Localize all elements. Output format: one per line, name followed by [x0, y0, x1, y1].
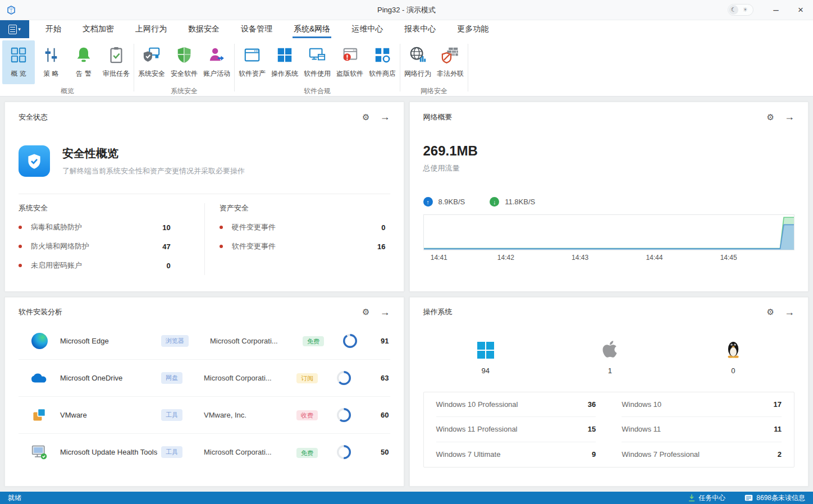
tab-device-mgmt[interactable]: 设备管理: [230, 20, 283, 38]
os-version-row[interactable]: Windows 7 Professional2: [622, 442, 782, 468]
close-button[interactable]: ×: [788, 1, 813, 20]
download-arrow-icon: ↓: [490, 197, 499, 207]
os-platform-linux: 0: [726, 340, 741, 375]
chevron-down-icon: ▾: [18, 26, 21, 32]
tab-report-center[interactable]: 报表中心: [394, 20, 446, 38]
ribbon-button-policy[interactable]: 策 略: [35, 40, 67, 84]
security-shield-badge: [19, 145, 50, 177]
update-health-tools-app-icon: [31, 444, 48, 461]
tab-data-security[interactable]: 数据安全: [177, 20, 230, 38]
gear-icon[interactable]: ⚙: [362, 112, 369, 122]
ribbon-group-system-security: 系统安全 安全软件: [135, 38, 233, 96]
category-badge: 工具: [161, 409, 182, 421]
ribbon-button-network-behavior[interactable]: 网络行为: [401, 40, 434, 84]
panel-software-analysis: 软件安装分析 ⚙ → Microsoft Edge 浏览器 Microsoft …: [4, 297, 404, 487]
shield-monitor-icon: [143, 44, 161, 66]
stat-row-virus-threat[interactable]: 病毒和威胁防护 10: [19, 218, 171, 237]
light-mode-icon[interactable]: ☀: [738, 6, 752, 13]
tab-system-network[interactable]: 系统&网络: [283, 20, 341, 38]
arrow-right-icon[interactable]: →: [380, 111, 390, 123]
chart-tick-label: 14:45: [720, 254, 737, 262]
system-security-stats: 系统安全 病毒和威胁防护 10 防火墙和网络防护 47 未启用密码账户 0: [19, 203, 204, 275]
stats-section-title: 系统安全: [19, 203, 171, 213]
ribbon-button-approval-tasks[interactable]: 审批任务: [100, 40, 133, 84]
ribbon-button-account-activity[interactable]: 账户活动: [200, 40, 233, 84]
os-version-row[interactable]: Windows 1111: [622, 417, 782, 442]
ribbon-group-label: 软件合规: [236, 84, 399, 100]
os-version-row[interactable]: Windows 1017: [622, 392, 782, 418]
software-row[interactable]: Microsoft Edge 浏览器 Microsoft Corporati..…: [19, 323, 390, 360]
gear-icon[interactable]: ⚙: [767, 307, 774, 317]
install-ratio-donut: [336, 370, 351, 386]
network-traffic-chart[interactable]: [423, 214, 795, 250]
ribbon-button-overview[interactable]: 概 览: [2, 40, 35, 84]
gear-icon[interactable]: ⚙: [362, 307, 369, 317]
file-menu-button[interactable]: ▾: [0, 20, 29, 38]
os-platform-apple: 1: [602, 340, 618, 375]
ribbon-button-software-usage[interactable]: 软件使用: [301, 40, 334, 84]
gear-icon[interactable]: ⚙: [767, 112, 774, 122]
ribbon-button-pirated-software[interactable]: 盗版软件: [334, 40, 366, 84]
panel-title: 安全状态: [19, 112, 48, 122]
software-row[interactable]: Microsoft OneDrive 网盘 Microsoft Corporat…: [19, 360, 390, 397]
arrow-right-icon[interactable]: →: [784, 306, 794, 318]
os-version-row[interactable]: Windows 11 Professional15: [436, 417, 596, 442]
chart-tick-labels: 14:4114:4214:4314:4414:45: [423, 253, 795, 264]
stats-section-title: 资产安全: [220, 203, 386, 213]
chart-tick-label: 14:42: [497, 254, 514, 262]
task-center-button[interactable]: 任务中心: [688, 493, 725, 503]
os-version-row[interactable]: Windows 7 Ultimate9: [436, 442, 596, 468]
panel-title: 网络概要: [423, 112, 453, 122]
category-badge: 网盘: [161, 372, 182, 384]
unread-messages-button[interactable]: 8698条未读信息: [745, 493, 805, 503]
tab-ops-center[interactable]: 运维中心: [341, 20, 394, 38]
ribbon-separator: [400, 44, 400, 91]
software-row[interactable]: VMware 工具 VMware, Inc. 收费 60: [19, 397, 390, 434]
stat-row-hardware-change[interactable]: 硬件变更事件 0: [220, 218, 386, 237]
linux-tux-icon: [726, 340, 741, 359]
ribbon-button-illegal-connection[interactable]: 非法外联: [434, 40, 467, 84]
ribbon-button-operating-system[interactable]: 操作系统: [268, 40, 301, 84]
install-ratio-donut: [342, 333, 358, 349]
alert-dot-icon: [220, 226, 223, 229]
ribbon-group-software-compliance: 软件资产 操作系统 软件使用: [236, 38, 399, 96]
onedrive-app-icon: [31, 369, 48, 386]
dark-mode-icon[interactable]: ☾: [729, 5, 738, 15]
minimize-button[interactable]: –: [764, 1, 788, 20]
ribbon-separator: [134, 44, 134, 91]
ribbon-button-software-store[interactable]: 软件商店: [366, 40, 399, 84]
upload-arrow-icon: ↑: [423, 197, 433, 207]
tab-web-behavior[interactable]: 上网行为: [125, 20, 177, 38]
panel-network-summary: 网络概要 ⚙ → 269.1MB 总使用流量 ↑ 8.9KB/S ↓ 11.8K…: [409, 102, 809, 292]
chart-tick-label: 14:44: [646, 254, 663, 262]
linux-count: 0: [731, 366, 735, 375]
panel-operating-systems: 操作系统 ⚙ → 94 1: [409, 297, 809, 487]
security-overview-description: 了解终端当前系统安全性和资产变更情况并采取必要操作: [62, 166, 245, 176]
stat-row-firewall-network[interactable]: 防火墙和网络防护 47: [19, 237, 171, 256]
ribbon-button-software-assets[interactable]: 软件资产: [236, 40, 268, 84]
security-overview-heading: 安全性概览: [62, 146, 245, 161]
theme-toggle[interactable]: ☾ ☀: [728, 4, 753, 16]
ribbon-button-security-software[interactable]: 安全软件: [168, 40, 200, 84]
stat-row-software-change[interactable]: 软件变更事件 16: [220, 237, 386, 256]
os-version-row[interactable]: Windows 10 Professional36: [436, 392, 596, 418]
ribbon-button-system-security[interactable]: 系统安全: [135, 40, 168, 84]
software-row[interactable]: Microsoft Update Health Tools 工具 Microso…: [19, 434, 390, 471]
os-grid-icon: [276, 44, 294, 66]
divider: [19, 194, 390, 194]
tab-more-features[interactable]: 更多功能: [446, 20, 499, 38]
arrow-right-icon[interactable]: →: [380, 306, 390, 318]
tab-doc-encryption[interactable]: 文档加密: [72, 20, 125, 38]
document-menu-icon: [8, 25, 17, 34]
stat-row-no-password-accounts[interactable]: 未启用密码账户 0: [19, 256, 171, 275]
arrow-right-icon[interactable]: →: [784, 111, 794, 123]
ribbon: 概 览 策 略 告 警: [0, 38, 813, 97]
tab-start[interactable]: 开始: [35, 20, 72, 38]
windows-logo-icon: [477, 340, 494, 359]
asset-security-stats: 资产安全 硬件变更事件 0 软件变更事件 16: [204, 203, 390, 275]
ribbon-button-alerts[interactable]: 告 警: [67, 40, 100, 84]
network-chart-svg: [424, 215, 794, 250]
user-activity-icon: [208, 44, 226, 66]
ribbon-tab-row: ▾ 开始 文档加密 上网行为 数据安全 设备管理 系统&网络 运维中心 报表中心…: [0, 20, 813, 38]
apple-logo-icon: [602, 340, 618, 359]
